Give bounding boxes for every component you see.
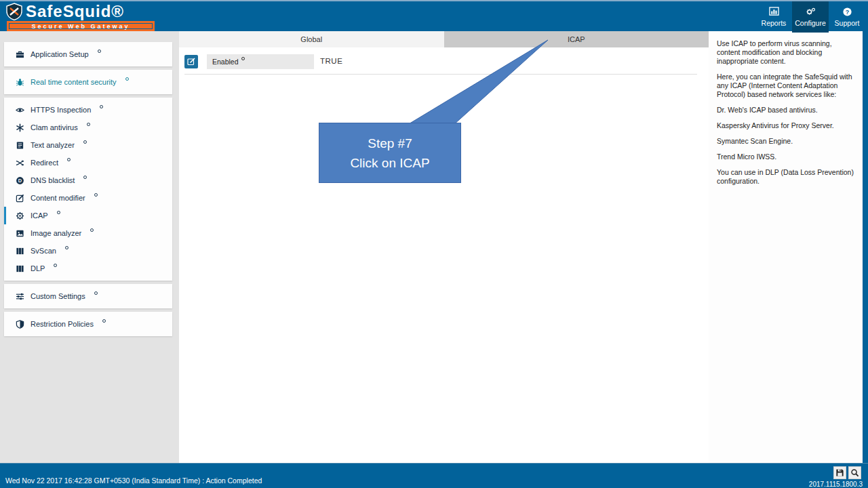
help-paragraph: Use ICAP to perform virus scanning, cont… <box>717 39 856 66</box>
sidebar-item-label: HTTPS Inspection <box>31 106 91 114</box>
sidebar-card-realtime-security: Real time content security <box>4 70 172 94</box>
brand-tagline-banner: Secure Web Gateway <box>7 21 155 31</box>
help-marker-icon <box>57 211 60 214</box>
sidebar-item-label: DNS blacklist <box>31 176 75 184</box>
sidebar-item-label: Text analyzer <box>31 141 75 149</box>
columns-icon <box>16 247 24 256</box>
sidebar-item-label: Redirect <box>31 159 58 167</box>
svg-text:D: D <box>18 178 22 184</box>
help-paragraph: Here, you can integrate the SafeSquid wi… <box>717 73 856 99</box>
brand-tagline: Secure Web Gateway <box>32 23 130 30</box>
sidebar-item-custom-settings[interactable]: Custom Settings <box>4 287 172 305</box>
help-marker-icon <box>125 77 129 81</box>
help-panel: Use ICAP to perform virus scanning, cont… <box>709 31 863 463</box>
sidebar-item-label: SvScan <box>31 247 56 255</box>
callout-line1: Step #7 <box>368 134 412 153</box>
tab-icap-label: ICAP <box>568 35 585 43</box>
sidebar-item-application-setup[interactable]: Application Setup <box>4 45 172 63</box>
sidebar-item-label: ICAP <box>31 211 48 220</box>
bug-icon <box>16 78 24 87</box>
help-marker-icon <box>94 193 98 197</box>
nav-reports-label: Reports <box>762 19 787 27</box>
callout-line2: Click on ICAP <box>350 153 429 173</box>
sidebar-item-label: Clam antivirus <box>31 123 78 131</box>
help-paragraph: Symantec Scan Engine. <box>717 137 856 146</box>
nav-support-button[interactable]: ? Support <box>829 1 865 33</box>
columns-icon <box>16 264 24 273</box>
sidebar-item-image-analyzer[interactable]: Image analyzer <box>4 224 172 242</box>
enabled-setting-row: Enabled TRUE <box>184 54 697 75</box>
sidebar-item-label: Application Setup <box>31 50 89 58</box>
image-icon <box>16 229 24 238</box>
help-marker-icon <box>98 49 101 53</box>
brand-logo: SafeSquid® Secure Web Gateway <box>5 3 155 31</box>
safesquid-shield-icon <box>5 3 23 20</box>
help-paragraph: Trend Micro IWSS. <box>717 152 856 161</box>
sidebar-item-label: DLP <box>31 264 45 272</box>
brand-name: SafeSquid® <box>26 3 124 20</box>
nav-configure-button[interactable]: Configure <box>792 1 829 33</box>
sidebar-item-content-modifier[interactable]: Content modifier <box>4 189 172 207</box>
sidebar-item-clam-antivirus[interactable]: Clam antivirus <box>4 119 172 136</box>
sliders-icon <box>16 292 24 301</box>
main-content: Global ICAP Enabled TRUE <box>179 31 709 463</box>
edit-enabled-button[interactable] <box>184 55 198 68</box>
nav-configure-label: Configure <box>795 19 826 27</box>
help-marker-icon <box>65 246 68 249</box>
sidebar-item-redirect[interactable]: Redirect <box>4 154 172 171</box>
sidebar-item-label: Restriction Policies <box>31 320 94 328</box>
sidebar-item-realtime-content-security[interactable]: Real time content security <box>4 73 172 91</box>
enabled-field-value: TRUE <box>320 57 342 65</box>
help-marker-icon <box>90 228 94 232</box>
nav-reports-button[interactable]: Reports <box>755 1 792 33</box>
right-edge-strip <box>863 31 868 463</box>
sidebar-item-label: Image analyzer <box>31 229 81 237</box>
support-question-icon: ? <box>842 7 852 17</box>
help-paragraph: You can use in DLP (Data Loss Prevention… <box>717 168 856 186</box>
help-marker-icon <box>67 158 71 161</box>
help-marker-icon <box>94 291 98 295</box>
sidebar-item-text-analyzer[interactable]: Text analyzer <box>4 136 172 154</box>
asterisk-icon <box>16 123 24 132</box>
edit-square-icon <box>16 194 24 203</box>
shuffle-arrows-icon <box>16 159 24 167</box>
floppy-disk-icon <box>835 468 844 477</box>
sidebar-card-restriction-policies: Restriction Policies <box>4 312 172 336</box>
header-nav: Reports Configure ? Support <box>755 1 865 33</box>
sidebar-item-svscan[interactable]: SvScan <box>4 242 172 260</box>
shield-icon <box>16 320 24 329</box>
callout-step-box: Step #7 Click on ICAP <box>319 123 461 183</box>
sidebar-item-dns-blacklist[interactable]: D DNS blacklist <box>4 171 172 189</box>
status-bar: Wed Nov 22 2017 16:42:28 GMT+0530 (India… <box>0 463 868 488</box>
text-document-icon <box>16 141 24 150</box>
tab-icap[interactable]: ICAP <box>444 31 709 47</box>
sidebar-card-security-modules: HTTPS Inspection Clam antivirus Text ana… <box>4 98 172 281</box>
configure-gears-icon <box>806 7 816 17</box>
gear-icon <box>16 211 24 220</box>
save-button[interactable] <box>833 466 846 479</box>
nav-support-label: Support <box>835 19 860 27</box>
sidebar-item-restriction-policies[interactable]: Restriction Policies <box>4 315 172 333</box>
tab-global[interactable]: Global <box>179 31 444 47</box>
sidebar-item-label: Content modifier <box>31 194 85 202</box>
help-paragraph: Dr. Web's ICAP based antivirus. <box>717 106 856 115</box>
eye-icon <box>16 106 24 115</box>
tab-bar: Global ICAP <box>179 31 709 47</box>
magnifier-icon <box>850 468 859 477</box>
sidebar-item-label: Real time content security <box>31 78 117 86</box>
help-marker-icon <box>241 57 245 60</box>
sidebar-item-dlp[interactable]: DLP <box>4 260 172 277</box>
search-button[interactable] <box>848 466 861 479</box>
sidebar: Application Setup Real time content secu… <box>0 31 179 463</box>
version-text: 2017.1115.1800.3 <box>809 481 863 488</box>
help-marker-icon <box>83 140 87 144</box>
sidebar-card-custom-settings: Custom Settings <box>4 284 172 308</box>
edit-pencil-icon <box>187 58 195 66</box>
statusbar-tools <box>833 466 861 479</box>
help-marker-icon <box>54 264 57 267</box>
help-paragraph: Kaspersky Antivirus for Proxy Server. <box>717 121 856 130</box>
sidebar-card-application-setup: Application Setup <box>4 42 172 66</box>
briefcase-icon <box>16 50 24 59</box>
sidebar-item-icap[interactable]: ICAP <box>4 207 172 224</box>
sidebar-item-https-inspection[interactable]: HTTPS Inspection <box>4 101 172 119</box>
